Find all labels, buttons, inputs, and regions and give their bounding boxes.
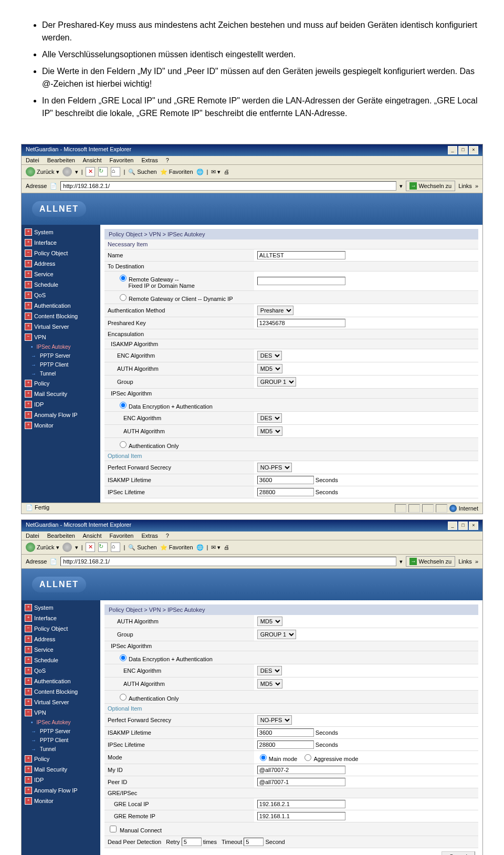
back-button[interactable]: Zurück ▾ [26, 167, 59, 176]
aggressive-mode-radio[interactable] [304, 754, 311, 761]
stop-button-2[interactable]: ✕ [86, 543, 95, 552]
sidebar-item-service[interactable]: +Service [22, 269, 100, 279]
print-icon[interactable]: 🖨 [224, 169, 229, 175]
timeout-input[interactable] [244, 838, 264, 846]
sidebar-item-qos[interactable]: +QoS [22, 290, 100, 300]
refresh-button[interactable]: ↻ [98, 167, 108, 176]
sidebar-sub-pptp-server[interactable]: →PPTP Server [22, 351, 100, 360]
sidebar-item-system-2[interactable]: +System [22, 602, 100, 613]
ipsec-enc-select[interactable]: DES [257, 413, 282, 423]
minimize-icon[interactable]: _ [448, 146, 457, 154]
back-button-2[interactable]: Zurück ▾ [26, 543, 59, 552]
ipsec-auth-select[interactable]: MD5 [257, 426, 282, 436]
isakmp-lifetime-input[interactable] [257, 476, 314, 484]
auth-algorithm-select[interactable]: MD5 [257, 364, 282, 373]
menu-datei-2[interactable]: Datei [26, 533, 39, 539]
favorites-button[interactable]: ⭐ Favoriten [160, 169, 193, 175]
sidebar-sub-ipsec-autokey-2[interactable]: •IPSec Autokey [22, 718, 100, 727]
search-button-2[interactable]: 🔍 Suchen [128, 544, 156, 551]
sidebar-item-anomaly-flow-ip[interactable]: +Anomaly Flow IP [22, 410, 100, 420]
sidebar-sub-tunnel[interactable]: →Tunnel [22, 369, 100, 378]
auth-only-radio[interactable] [120, 441, 127, 448]
sidebar-sub-pptp-client[interactable]: →PPTP Client [22, 360, 100, 369]
sidebar-item-authentication[interactable]: +Authentication [22, 300, 100, 311]
menu-ansicht-2[interactable]: Ansicht [82, 533, 101, 539]
forward-button-2[interactable] [62, 543, 72, 552]
media-icon[interactable]: 🌐 [196, 169, 204, 175]
sidebar-item-address-2[interactable]: +Address [22, 634, 100, 644]
pfs-select[interactable]: NO-PFS [257, 463, 292, 472]
sidebar-item-mail-security[interactable]: +Mail Security [22, 389, 100, 399]
retry-input[interactable] [182, 838, 202, 846]
sidebar-item-interface[interactable]: +Interface [22, 237, 100, 248]
links-label[interactable]: Links [458, 183, 472, 189]
remote-gateway-ip-input[interactable] [257, 277, 345, 285]
remote-gateway-fixed-radio[interactable] [120, 275, 127, 281]
home-button-2[interactable]: ⌂ [111, 543, 120, 552]
home-button[interactable]: ⌂ [111, 167, 120, 176]
ipsec-lifetime-input-2[interactable] [257, 741, 314, 749]
enc-algorithm-select[interactable]: DES [257, 351, 282, 360]
maximize-icon[interactable]: □ [458, 146, 468, 154]
sidebar-item-authentication-2[interactable]: +Authentication [22, 676, 100, 686]
menu-datei[interactable]: Datei [26, 157, 39, 163]
menu-extras[interactable]: Extras [141, 157, 158, 163]
menu-extras-2[interactable]: Extras [141, 533, 158, 539]
mail-icon[interactable]: ✉ ▾ [211, 169, 220, 175]
name-input[interactable] [257, 251, 345, 259]
data-encryption-radio[interactable] [120, 402, 127, 409]
pfs-select-2[interactable]: NO-PFS [257, 715, 292, 725]
url-input-2[interactable]: http://192.168.2.1/ [60, 557, 396, 566]
minimize-icon-2[interactable]: _ [448, 522, 457, 530]
url-input[interactable]: http://192.168.2.1/ [60, 181, 396, 191]
menu-bearbeiten-2[interactable]: Bearbeiten [47, 533, 75, 539]
data-encryption-radio-2[interactable] [120, 654, 127, 661]
sidebar-item-content-blocking-2[interactable]: +Content Blocking [22, 686, 100, 697]
media-icon-2[interactable]: 🌐 [196, 544, 204, 551]
peer-id-input[interactable] [257, 778, 345, 786]
close-icon[interactable]: × [469, 146, 478, 154]
go-button-2[interactable]: →Wechseln zu [406, 556, 455, 567]
auth-only-radio-2[interactable] [120, 694, 127, 701]
ipsec-auth-select-2[interactable]: MD5 [257, 679, 282, 689]
sidebar-item-content-blocking[interactable]: +Content Blocking [22, 311, 100, 321]
sidebar-item-vpn[interactable]: −VPN [22, 332, 100, 342]
menu-ansicht[interactable]: Ansicht [82, 157, 101, 163]
auth-algorithm-select-2[interactable]: MD5 [257, 617, 282, 626]
menu-bearbeiten[interactable]: Bearbeiten [47, 157, 75, 163]
close-icon-2[interactable]: × [469, 522, 478, 530]
sidebar-item-vpn-2[interactable]: −VPN [22, 707, 100, 718]
refresh-button-2[interactable]: ↻ [98, 543, 108, 552]
isakmp-lifetime-input-2[interactable] [257, 728, 314, 737]
sidebar-item-schedule-2[interactable]: +Schedule [22, 655, 100, 665]
go-button[interactable]: →Wechseln zu [406, 181, 455, 191]
menu-favoriten-2[interactable]: Favoriten [110, 533, 134, 539]
preshared-key-input[interactable] [257, 319, 345, 327]
sidebar-item-interface-2[interactable]: +Interface [22, 613, 100, 623]
main-mode-radio[interactable] [260, 754, 267, 761]
group-select[interactable]: GROUP 1 [257, 377, 296, 387]
menu-help[interactable]: ? [166, 157, 169, 163]
gre-remote-ip-input[interactable] [257, 812, 345, 820]
ipsec-enc-select-2[interactable]: DES [257, 666, 282, 675]
sidebar-item-idp[interactable]: +IDP [22, 399, 100, 410]
cancel-button[interactable]: Cancel [442, 851, 475, 855]
sidebar-item-system[interactable]: +System [22, 227, 100, 237]
sidebar-sub-pptp-client-2[interactable]: →PPTP Client [22, 736, 100, 745]
sidebar-item-virtual-server-2[interactable]: +Virtual Server [22, 697, 100, 707]
search-button[interactable]: 🔍 Suchen [128, 169, 156, 175]
mail-icon-2[interactable]: ✉ ▾ [211, 544, 220, 551]
my-id-input[interactable] [257, 766, 345, 774]
sidebar-item-address[interactable]: +Address [22, 258, 100, 269]
sidebar-item-monitor-2[interactable]: +Monitor [22, 796, 100, 806]
favorites-button-2[interactable]: ⭐ Favoriten [160, 544, 193, 551]
remote-gateway-dynamic-radio[interactable] [120, 294, 127, 301]
links-label-2[interactable]: Links [458, 558, 472, 565]
sidebar-item-idp-2[interactable]: +IDP [22, 775, 100, 785]
forward-button[interactable] [62, 167, 72, 176]
menu-help-2[interactable]: ? [166, 533, 169, 539]
sidebar-item-service-2[interactable]: +Service [22, 644, 100, 655]
gre-local-ip-input[interactable] [257, 800, 345, 808]
sidebar-sub-ipsec-autokey[interactable]: •IPSec Autokey [22, 342, 100, 351]
sidebar-item-monitor[interactable]: +Monitor [22, 420, 100, 431]
